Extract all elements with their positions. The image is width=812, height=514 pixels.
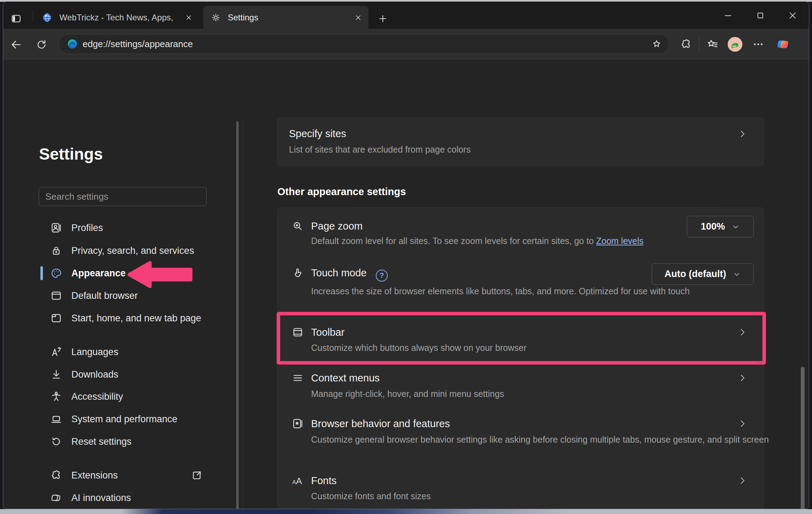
main-scrollbar[interactable] (801, 367, 805, 509)
sidebar-item-label: Languages (71, 347, 118, 358)
row-title: Page zoom (311, 220, 363, 232)
specify-sites-row[interactable]: Specify sites List of sites that are exc… (277, 117, 764, 166)
back-arrow-icon (10, 38, 22, 51)
menu-lines-icon (292, 372, 304, 384)
close-button[interactable] (776, 5, 809, 26)
zoom-magnifier-icon (292, 220, 304, 232)
address-bar[interactable]: edge://settings/appearance (58, 34, 669, 54)
row-subtitle: Manage right-click, hover, and mini menu… (311, 388, 504, 400)
maximize-button[interactable] (744, 5, 776, 26)
sidebar-item-label: Downloads (71, 369, 118, 380)
row-title: Browser behavior and features (311, 418, 450, 430)
svg-text:A: A (296, 476, 302, 486)
page-zoom-dropdown[interactable]: 100% (687, 216, 754, 237)
touch-mode-dropdown[interactable]: Auto (default) (652, 263, 754, 285)
row-title: Fonts (311, 475, 337, 487)
chevron-right-icon (737, 476, 747, 486)
chevron-right-icon (737, 419, 747, 429)
puzzle-icon (50, 469, 62, 481)
reload-button[interactable] (35, 38, 48, 51)
back-button[interactable] (9, 38, 23, 51)
sidebar-item-label: Privacy, search, and services (71, 245, 194, 256)
chevron-right-icon (737, 373, 747, 383)
card-star-icon (292, 418, 304, 430)
tab-title: WebTrickz - Tech News, Apps, How (59, 13, 175, 23)
subtitle-text: Default zoom level for all sites. To see… (311, 236, 596, 246)
browser-window-icon (50, 290, 62, 302)
tab-layout-button[interactable] (9, 12, 23, 25)
toolbar-window-icon (292, 326, 304, 338)
search-input[interactable] (39, 187, 207, 206)
plus-icon (378, 13, 388, 24)
sidebar-item-label: Appearance (71, 268, 126, 279)
languages-icon (50, 346, 62, 358)
row-title: Toolbar (311, 327, 344, 338)
settings-page: Settings Profiles Privacy, search, and s… (3, 59, 809, 509)
profile-avatar[interactable] (727, 37, 743, 52)
extensions-button[interactable] (678, 37, 694, 52)
row-title: Context menus (311, 372, 380, 384)
tab-webtrickz[interactable]: WebTrickz - Tech News, Apps, How (36, 6, 199, 29)
sidebar-item-start-home[interactable]: Start, home, and new tab page (39, 307, 244, 329)
annotation-arrow (127, 258, 196, 291)
section-heading: Other appearance settings (277, 186, 406, 198)
tab-close-icon[interactable] (185, 14, 193, 21)
tab-layout-icon (11, 13, 22, 24)
help-icon[interactable]: ? (376, 270, 388, 282)
favorite-star-icon[interactable] (651, 39, 662, 49)
title-text: Touch mode (311, 267, 367, 278)
settings-menu-button[interactable] (750, 37, 766, 52)
page-title: Settings (39, 144, 103, 163)
navigation-toolbar: edge://settings/appearance (3, 29, 809, 59)
edge-logo-icon (67, 39, 78, 49)
svg-text:A: A (292, 479, 296, 485)
minimize-button[interactable] (712, 5, 744, 26)
sidebar-item-accessibility[interactable]: Accessibility (39, 385, 244, 408)
maximize-icon (756, 11, 765, 20)
avatar-dino-icon (728, 37, 742, 52)
sidebar-item-label: AI innovations (71, 493, 131, 503)
sidebar-item-extensions[interactable]: Extensions (39, 464, 244, 487)
sidebar-item-languages[interactable]: Languages (39, 341, 244, 363)
sidebar-item-label: Default browser (71, 290, 138, 301)
external-link-icon (191, 469, 203, 481)
row-subtitle: Default zoom level for all sites. To see… (311, 235, 750, 247)
row-subtitle: Increases the size of browser elements l… (311, 285, 726, 297)
row-subtitle: Customize which buttons always show on y… (311, 342, 527, 354)
new-tab-button[interactable] (376, 12, 389, 25)
sidebar-item-ai-innovations[interactable]: AI innovations (39, 487, 244, 509)
copilot-outline-icon (50, 492, 62, 504)
close-icon (788, 11, 798, 20)
zoom-levels-link[interactable]: Zoom levels (596, 236, 644, 246)
annotation-highlight-box (277, 312, 766, 365)
sidebar-item-label: Profiles (71, 223, 103, 233)
copilot-logo-icon (776, 38, 790, 51)
download-icon (50, 368, 62, 380)
chevron-right-icon (737, 327, 747, 337)
puzzle-icon (680, 38, 692, 50)
favorites-button[interactable] (705, 37, 720, 52)
tab-close-icon[interactable] (354, 14, 362, 21)
sidebar-item-system[interactable]: System and performance (39, 408, 244, 430)
tab-bar: WebTrickz - Tech News, Apps, How Setting… (3, 2, 809, 29)
sidebar-item-downloads[interactable]: Downloads (39, 363, 244, 386)
chevron-down-icon (733, 270, 741, 278)
dropdown-value: Auto (default) (664, 269, 726, 280)
toolbar-separator (699, 36, 699, 52)
row-subtitle: Customize general browser behavior setti… (311, 434, 772, 445)
tab-separator (33, 10, 33, 22)
sidebar-item-profiles[interactable]: Profiles (39, 217, 244, 239)
browser-window: WebTrickz - Tech News, Apps, How Setting… (3, 1, 809, 509)
tab-settings[interactable]: Settings (203, 6, 368, 29)
ellipsis-icon (752, 38, 765, 51)
gear-icon (211, 13, 221, 23)
sidebar-item-label: Reset settings (71, 436, 131, 447)
copilot-button[interactable] (775, 37, 791, 52)
profiles-icon (50, 222, 62, 234)
fonts-aa-icon: A A (292, 475, 304, 487)
sidebar-item-reset[interactable]: Reset settings (39, 430, 244, 453)
sidebar-item-label: System and performance (71, 414, 178, 425)
sidebar-item-label: Start, home, and new tab page (71, 313, 201, 324)
palette-icon (50, 267, 62, 279)
new-tab-page-icon (50, 312, 62, 324)
